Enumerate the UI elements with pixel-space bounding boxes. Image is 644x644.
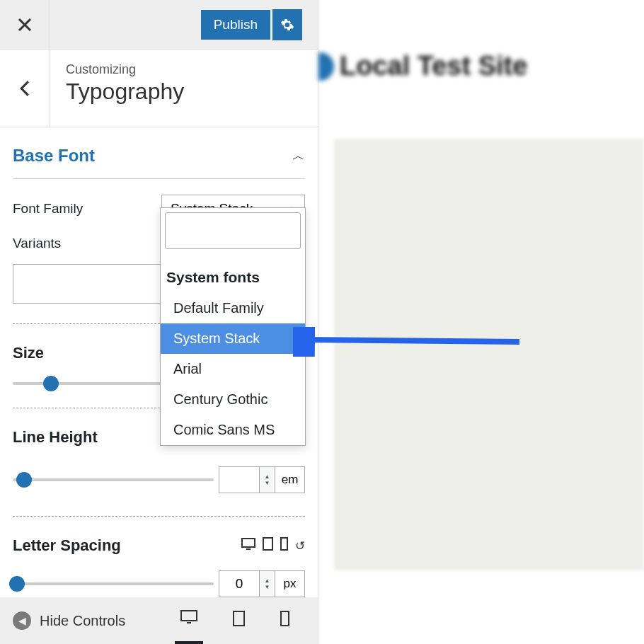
line-height-input[interactable] [219,466,260,493]
svg-rect-6 [181,611,197,621]
tablet-icon[interactable] [263,537,273,554]
dropdown-item-arial[interactable]: Arial [161,354,305,384]
publish-settings-button[interactable] [272,9,302,40]
close-button[interactable] [0,0,50,50]
dropdown-group-label: System fonts [161,253,305,293]
svg-rect-5 [281,538,287,550]
letter-spacing-slider-thumb[interactable] [9,576,25,592]
line-height-unit: em [275,466,305,493]
customizer-header: Publish [0,0,318,50]
dropdown-item-comic-sans[interactable]: Comic Sans MS [161,415,305,445]
customizer-footer: ◀ Hide Controls [0,597,318,644]
dropdown-item-century-gothic[interactable]: Century Gothic [161,384,305,415]
svg-rect-3 [246,548,251,550]
close-icon [18,18,32,32]
line-height-slider[interactable] [13,478,214,481]
site-title: Local Test Site [340,51,527,81]
letter-spacing-unit: px [275,570,305,597]
site-logo [318,52,334,81]
divider [13,516,305,517]
letter-spacing-label: Letter Spacing [13,536,121,555]
desktop-icon[interactable] [241,538,255,554]
section-title: Typography [66,79,184,105]
font-family-label: Font Family [13,201,83,217]
dropdown-item-default-family[interactable]: Default Family [161,293,305,323]
back-button[interactable] [0,50,50,127]
view-tablet-button[interactable] [227,598,251,643]
line-height-slider-thumb[interactable] [16,472,32,488]
customizing-label: Customizing [66,62,184,77]
svg-rect-8 [234,611,244,626]
letter-spacing-input[interactable] [219,570,260,597]
size-slider-thumb[interactable] [43,376,59,391]
publish-button[interactable]: Publish [201,10,270,40]
preview-pane: Local Test Site [318,0,644,644]
mobile-icon [280,611,289,626]
preview-content [334,139,644,570]
reset-icon[interactable]: ↺ [295,539,305,553]
line-height-spinner[interactable]: ▲▼ [260,466,275,493]
font-family-dropdown: System fonts Default Family System Stack… [160,207,306,446]
chevron-up-icon: ︿ [292,147,305,164]
view-desktop-button[interactable] [175,597,203,645]
dropdown-item-system-stack[interactable]: System Stack [161,323,305,354]
svg-rect-2 [242,539,255,547]
section-header: Customizing Typography [0,50,318,127]
svg-rect-4 [263,538,272,550]
collapse-icon: ◀ [13,611,31,630]
chevron-left-icon [19,80,30,97]
letter-spacing-slider[interactable] [13,582,214,585]
dropdown-search-input[interactable] [165,212,301,249]
hide-controls-button[interactable]: ◀ Hide Controls [13,611,125,630]
gear-icon [280,18,294,32]
letter-spacing-spinner[interactable]: ▲▼ [260,570,275,597]
accordion-base-font[interactable]: Base Font ︿ [13,140,305,179]
tablet-icon [233,611,245,626]
svg-rect-7 [187,622,191,623]
accordion-title: Base Font [13,146,95,166]
desktop-icon [180,610,197,624]
mobile-icon[interactable] [280,537,288,554]
hide-controls-label: Hide Controls [40,613,125,629]
variants-label: Variants [13,236,61,251]
view-mobile-button[interactable] [275,598,295,643]
svg-rect-9 [281,611,289,626]
